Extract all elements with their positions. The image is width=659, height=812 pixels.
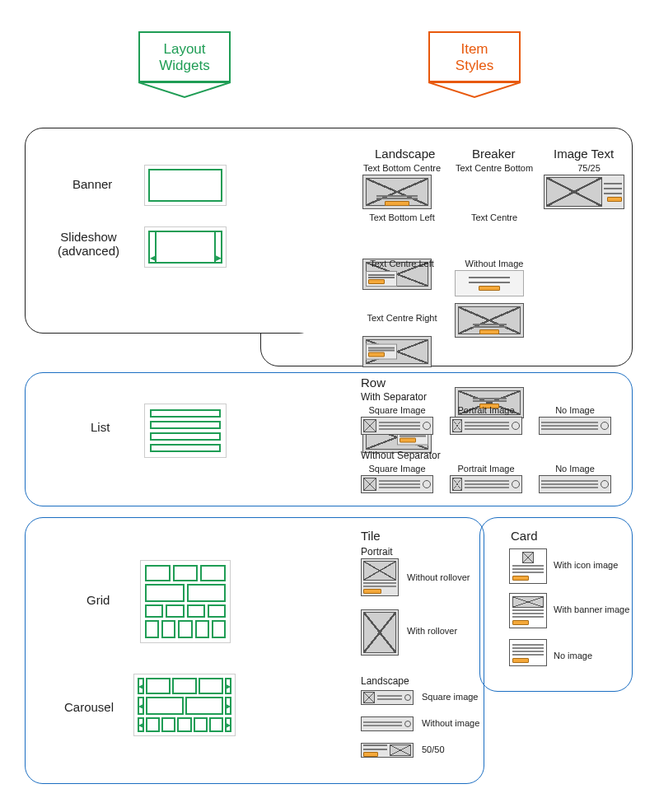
row-wosep: Without Separator — [361, 450, 441, 461]
slideshow-thumb: ◀ ▶ — [144, 226, 227, 268]
row-wos-none-thumb — [539, 475, 611, 493]
row-wos-square-thumb — [361, 475, 433, 493]
card-banner-thumb — [509, 593, 547, 628]
diagram-canvas: Layout Widgets Item Styles Banner Slides… — [0, 0, 659, 812]
landscape-v3-thumb — [362, 336, 432, 367]
svg-marker-1 — [428, 82, 521, 97]
tile-landscape-label: Landscape — [361, 675, 409, 687]
banner-thumb — [144, 165, 227, 206]
card-icon-label: With icon image — [554, 560, 618, 570]
landscape-v2-label: Text Bottom Left — [361, 212, 443, 222]
tile-rollover-label: With rollover — [407, 626, 457, 636]
card-noimg-label: No image — [554, 651, 592, 660]
svg-marker-0 — [138, 82, 231, 97]
tile-land-5050-label: 50/50 — [422, 744, 445, 754]
tile-portrait-norollover — [361, 558, 399, 596]
carousel-label: Carousel — [64, 700, 114, 714]
carousel-thumb: ◀ ▶ ◀ ▶ ◀ ▶ — [133, 674, 236, 736]
breaker-v1-thumb — [455, 303, 524, 338]
row-ws-none-label: No Image — [539, 405, 611, 415]
row-wos-portrait-label: Portrait Image — [450, 464, 522, 474]
imagetext-v1-thumb — [544, 175, 624, 209]
row-withsep: With Separator — [361, 391, 427, 403]
col-landscape: Landscape — [375, 147, 435, 161]
row-ws-portrait-label: Portrait Image — [450, 405, 522, 415]
landscape-v1-label: Text Bottom Centre — [361, 163, 443, 173]
row-wos-square-label: Square Image — [361, 464, 433, 474]
card-title: Card — [511, 529, 538, 543]
card-icon-thumb — [509, 548, 547, 584]
layout-widgets-label: Layout Widgets — [159, 41, 209, 73]
col-imagetext: Image Text — [554, 147, 614, 161]
breaker-v1-label: Text Centre Bottom — [453, 163, 535, 173]
card-banner-label: With banner image — [554, 604, 629, 614]
landscape-v1-thumb — [362, 175, 432, 209]
breaker-v3-label: Without Image — [453, 259, 535, 268]
tile-land-5050 — [361, 743, 414, 758]
item-styles-tag: Item Styles — [428, 31, 521, 99]
row-ws-square-label: Square Image — [361, 405, 433, 415]
overlap-patch-1 — [260, 128, 318, 333]
breaker-v2-label: Text Centre — [453, 212, 535, 222]
col-breaker: Breaker — [472, 147, 516, 161]
landscape-v4-label: Text Centre Right — [361, 313, 443, 323]
row-ws-square-thumb — [361, 417, 433, 435]
banner-label: Banner — [72, 177, 112, 191]
tile-land-square-label: Square image — [422, 692, 479, 702]
tile-land-square — [361, 690, 414, 705]
layout-widgets-tag: Layout Widgets — [138, 31, 231, 99]
tile-portrait-rollover — [361, 609, 399, 656]
row-wos-portrait-thumb — [450, 475, 522, 493]
list-thumb — [144, 404, 227, 458]
row-ws-none-thumb — [539, 417, 611, 435]
landscape-v3-label: Text Centre Left — [361, 259, 443, 268]
row-ws-portrait-thumb — [450, 417, 522, 435]
slideshow-label: Slideshow (advanced) — [58, 231, 119, 258]
tile-norollover-label: Without rollover — [407, 572, 470, 582]
tile-land-noimg — [361, 716, 414, 731]
tile-land-noimg-label: Without image — [422, 718, 479, 728]
row-title: Row — [361, 376, 386, 390]
row-wos-none-label: No Image — [539, 464, 611, 474]
grid-label: Grid — [86, 593, 110, 607]
imagetext-v1-label: 75/25 — [560, 163, 618, 173]
tile-title: Tile — [361, 529, 381, 543]
list-label: List — [91, 420, 110, 434]
item-styles-label: Item Styles — [456, 41, 493, 73]
tile-portrait-label: Portrait — [361, 546, 393, 558]
grid-thumb — [140, 560, 231, 643]
card-noimg-thumb — [509, 639, 547, 666]
spacer — [313, 518, 486, 617]
breaker-v3-thumb — [455, 270, 524, 296]
